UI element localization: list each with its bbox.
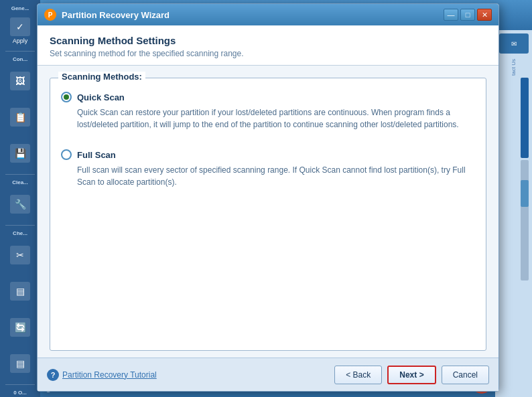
dialog-titlebar: P Partition Recovery Wizard — □ ✕ — [38, 4, 498, 25]
email-promo-icon: ✉ — [499, 33, 529, 54]
sidebar-icon-check1: ✂ — [10, 246, 30, 264]
app-sidebar: Gene... ✓ Apply Con... 🖼 📋 💾 Clea... 🔧 C… — [0, 0, 40, 397]
help-link-text: Partition Recovery Tutorial — [62, 370, 157, 380]
dialog-app-icon: P — [44, 9, 56, 21]
sidebar-item-3[interactable]: 💾 — [3, 137, 38, 171]
quick-scan-label-row: Quick Scan — [61, 92, 475, 102]
sidebar-item-check3[interactable]: 🔄 — [3, 311, 38, 345]
sidebar-icon-check2: ▤ — [10, 282, 30, 301]
cancel-button[interactable]: Cancel — [442, 366, 489, 384]
partition-recovery-dialog: P Partition Recovery Wizard — □ ✕ Scanni… — [37, 3, 499, 392]
promo-scrollthumb — [521, 180, 529, 207]
help-icon: ? — [47, 369, 59, 381]
dialog-body: Scanning Methods: Quick Scan Quick Scan … — [38, 66, 498, 358]
back-button[interactable]: < Back — [334, 366, 382, 384]
sidebar-divider-1 — [5, 51, 35, 52]
contact-text: tact Us — [511, 59, 517, 76]
help-link[interactable]: ? Partition Recovery Tutorial — [47, 369, 157, 381]
quick-scan-label: Quick Scan — [77, 92, 125, 102]
quick-scan-option[interactable]: Quick Scan Quick Scan can restore your p… — [61, 86, 475, 131]
full-scan-radio[interactable] — [61, 149, 72, 160]
dialog-title: Partition Recovery Wizard — [62, 10, 438, 20]
sidebar-icon-check4: ▤ — [10, 354, 30, 373]
dialog-header: Scanning Method Settings Set scanning me… — [38, 25, 498, 66]
promo-bar — [521, 78, 529, 158]
sidebar-section-ops: 0 O... — [3, 388, 38, 396]
sidebar-item-check4[interactable]: ▤ — [3, 347, 38, 382]
sidebar-icon-clean: 🔧 — [10, 195, 30, 214]
sidebar-item-1[interactable]: 🖼 — [3, 64, 38, 99]
sidebar-section-general: Gene... — [3, 3, 38, 12]
dialog-header-title: Scanning Method Settings — [50, 35, 486, 46]
sidebar-icon-1: 🖼 — [10, 72, 30, 90]
dialog-window-controls: — □ ✕ — [444, 9, 492, 21]
group-box-title: Scanning Methods: — [58, 72, 145, 82]
quick-scan-radio[interactable] — [61, 92, 72, 102]
sidebar-section-check: Che... — [3, 228, 38, 237]
sidebar-divider-3 — [5, 225, 35, 226]
full-scan-label: Full Scan — [77, 150, 116, 160]
full-scan-label-row: Full Scan — [61, 149, 475, 160]
close-button[interactable]: ✕ — [477, 9, 492, 21]
sidebar-icon-3: 💾 — [10, 144, 30, 163]
sidebar-section-clean: Clea... — [3, 177, 38, 186]
promo-panel: ✉ tact Us — [495, 30, 532, 397]
sidebar-item-check1[interactable]: ✂ — [3, 238, 38, 273]
next-button[interactable]: Next > — [387, 366, 436, 384]
sidebar-item-clean[interactable]: 🔧 — [3, 187, 38, 222]
promo-scrollbar — [521, 160, 529, 281]
quick-scan-description: Quick Scan can restore your partition if… — [77, 106, 475, 131]
sidebar-icon-2: 📋 — [10, 108, 30, 127]
dialog-footer: ? Partition Recovery Tutorial < Back Nex… — [38, 358, 498, 391]
sidebar-item-check2[interactable]: ▤ — [3, 274, 38, 309]
full-scan-option[interactable]: Full Scan Full scan will scan every sect… — [61, 144, 475, 188]
minimize-button[interactable]: — — [444, 9, 458, 21]
apply-label: Apply — [13, 37, 28, 44]
sidebar-divider-2 — [5, 174, 35, 175]
sidebar-icon-check3: 🔄 — [10, 318, 30, 337]
sidebar-section-con: Con... — [3, 54, 38, 63]
restore-button[interactable]: □ — [460, 9, 475, 21]
apply-icon: ✓ — [10, 17, 30, 36]
sidebar-apply-btn[interactable]: ✓ Apply — [3, 13, 38, 48]
full-scan-description: Full scan will scan every sector of spec… — [77, 164, 475, 188]
sidebar-divider-4 — [5, 384, 35, 385]
sidebar-item-2[interactable]: 📋 — [3, 100, 38, 135]
dialog-header-subtitle: Set scanning method for the specified sc… — [50, 49, 486, 58]
dialog-content: Scanning Method Settings Set scanning me… — [38, 25, 498, 391]
scanning-methods-group: Scanning Methods: Quick Scan Quick Scan … — [50, 78, 486, 351]
